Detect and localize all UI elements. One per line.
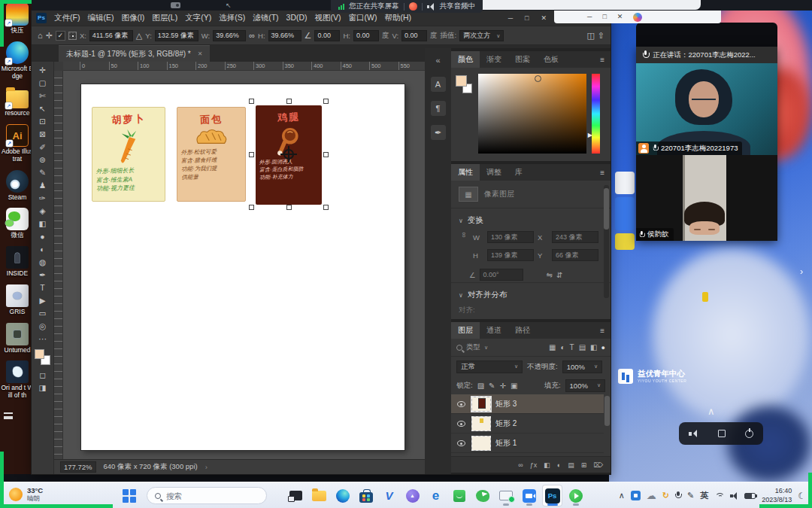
battery-icon[interactable] (744, 493, 756, 499)
panel-icon[interactable]: ¶ (431, 101, 446, 116)
tab-paths[interactable]: 路径 (508, 322, 537, 339)
speaker-icon[interactable] (689, 430, 698, 438)
layers-footer-icon[interactable]: ◧ (544, 461, 550, 469)
weather-widget[interactable]: 33°C 晴朗 (9, 486, 43, 503)
angle-input[interactable]: 0.00° (480, 269, 523, 281)
tool-icon[interactable]: ✛ (39, 64, 46, 77)
visibility-eye-icon[interactable] (455, 401, 467, 407)
hue-slider-marker[interactable]: ▶ (588, 132, 592, 138)
panel-icon[interactable]: ✒ (431, 125, 446, 140)
layer-row[interactable]: 矩形 3 (451, 394, 604, 414)
lock-icon[interactable]: ✛ (499, 382, 505, 390)
tool-icon[interactable]: ▶ (39, 294, 45, 307)
maximize-button[interactable]: □ (525, 15, 529, 22)
move-tool-icon[interactable]: ✛ (46, 31, 53, 41)
transform-handle[interactable] (323, 99, 329, 104)
tool-icon[interactable]: ▢ (39, 77, 47, 90)
canvas-area[interactable]: 050100150200250300350400450500550 胡萝卜 外形… (54, 62, 425, 459)
tool-icon[interactable]: ⊚ (39, 154, 46, 166)
minimize-button[interactable]: ─ (587, 14, 592, 20)
menu-item[interactable]: 3D(D) (286, 13, 308, 23)
tool-icon[interactable]: ✑ (39, 192, 46, 205)
status-more-icon[interactable]: › (205, 463, 208, 471)
filter-icon[interactable]: ▤ (579, 343, 586, 351)
tray-chevron-icon[interactable]: ∧ (619, 491, 625, 500)
taskbar-meeting-app[interactable] (519, 485, 539, 506)
desktop-icon-illustrator[interactable]: Ai Adobe Illustrat (0, 124, 35, 163)
saturation-brightness-field[interactable] (478, 74, 586, 154)
desktop-icon-kuaiya[interactable]: 快压 (0, 3, 35, 35)
color-swatches[interactable] (35, 349, 50, 365)
transform-handle[interactable] (323, 205, 329, 210)
layer-row[interactable]: 矩形 1 (451, 433, 604, 453)
tool-icon[interactable]: ◻ (39, 369, 46, 382)
menu-item[interactable]: 选择(S) (219, 13, 245, 23)
tab-swatches[interactable]: 色板 (537, 51, 565, 68)
power-icon[interactable] (745, 430, 753, 438)
taskbar-photoshop[interactable]: Ps (542, 485, 562, 506)
tool-icon[interactable]: ⊠ (39, 128, 46, 141)
tool-icon[interactable]: ◨ (39, 382, 47, 394)
tool-icon[interactable]: ◎ (39, 320, 46, 333)
export-icon[interactable]: ⇧ (598, 31, 604, 41)
delta-icon[interactable]: △ (136, 31, 142, 41)
tab-libraries[interactable]: 库 (508, 164, 529, 181)
taskbar-task-view[interactable] (286, 485, 306, 506)
scrollbar[interactable] (604, 396, 610, 455)
interpolation-select[interactable]: 两次立方 ∨ (459, 30, 504, 41)
foreground-color-swatch[interactable] (456, 75, 467, 87)
x-input[interactable]: 411.56 像素 (89, 30, 133, 41)
tab-patterns[interactable]: 图案 (508, 51, 537, 68)
night-mode-icon[interactable]: ☾ (798, 491, 806, 500)
tool-icon[interactable]: ◧ (39, 217, 47, 230)
tool-icon[interactable]: T (40, 281, 44, 294)
microphone-tray-icon[interactable] (675, 491, 681, 500)
hue-slider[interactable] (592, 74, 600, 154)
desktop-icon-inside[interactable]: INSIDE (0, 246, 35, 278)
filter-icon[interactable]: ▦ (549, 343, 556, 351)
tool-icon[interactable]: ◐ (40, 243, 44, 256)
tool-icon[interactable]: ✐ (39, 141, 46, 154)
panel-menu-icon[interactable]: ≡ (594, 51, 611, 68)
visibility-eye-icon[interactable] (455, 440, 467, 446)
width-input[interactable]: 130 像素 (487, 231, 534, 243)
home-icon[interactable]: ⌂ (38, 31, 43, 40)
search-box[interactable] (147, 487, 267, 504)
tab-adjustments[interactable]: 调整 (480, 164, 508, 181)
more-chevron-icon[interactable]: › (800, 266, 803, 277)
menu-item[interactable]: 编辑(E) (87, 13, 114, 23)
document-canvas[interactable]: 胡萝卜 外形·细细长长富含·维生素A功能·视力更佳 面包 (81, 84, 404, 450)
filter-icon[interactable]: ◐ (561, 343, 565, 351)
layers-footer-icon[interactable]: ∞ (518, 461, 523, 469)
panel-menu-icon[interactable]: ≡ (594, 164, 611, 181)
transform-handle[interactable] (286, 99, 292, 104)
clock[interactable]: 16:40 2023/8/13 (762, 487, 792, 504)
maximize-button[interactable]: □ (602, 14, 606, 20)
reference-point-icon[interactable] (68, 32, 77, 40)
filter-icon[interactable]: T (570, 343, 574, 351)
taskbar-store[interactable] (356, 485, 376, 506)
angle-input[interactable]: 0.00 (314, 30, 340, 41)
poster-card-bread[interactable]: 面包 外形·松软可爱富含·膳食纤维功能·为我们提供能量 (177, 107, 246, 202)
tool-icon[interactable]: ◍ (39, 256, 46, 269)
taskbar-green-bird-app[interactable] (472, 485, 492, 506)
document-tab[interactable]: 未标题-1 @ 178% (矩形 3, RGB/8#) * ✕ (59, 45, 210, 62)
transform-handle[interactable] (249, 152, 254, 157)
y-input[interactable]: 66 像素 (552, 249, 598, 261)
browser-profile-icon[interactable] (633, 13, 642, 22)
layer-thumbnail[interactable] (471, 436, 491, 451)
tab-properties[interactable]: 属性 (451, 164, 480, 181)
panel-icon[interactable]: « (431, 53, 446, 68)
color-picker-marker[interactable] (535, 75, 541, 82)
video-tile-1[interactable]: 220701李志梅20221973 (636, 63, 777, 155)
menu-item[interactable]: 文件(F) (54, 13, 80, 23)
menu-item[interactable]: 滤镜(T) (253, 13, 278, 23)
poster-card-drumstick[interactable]: 鸡腿 外形·圆润诱人富含·蛋白质和脂肪功能·补充体力 (256, 105, 322, 205)
taskbar-player-app[interactable] (565, 485, 586, 506)
filter-toggle-icon[interactable]: ● (601, 344, 605, 351)
tool-icon[interactable]: ♟ (39, 179, 46, 192)
flip-horizontal-icon[interactable]: ⇋ (547, 271, 553, 279)
transform-handle[interactable] (323, 152, 329, 157)
taskbar-purple-app[interactable]: ▲ (402, 485, 423, 506)
link-icon[interactable]: ∞ (249, 31, 255, 40)
